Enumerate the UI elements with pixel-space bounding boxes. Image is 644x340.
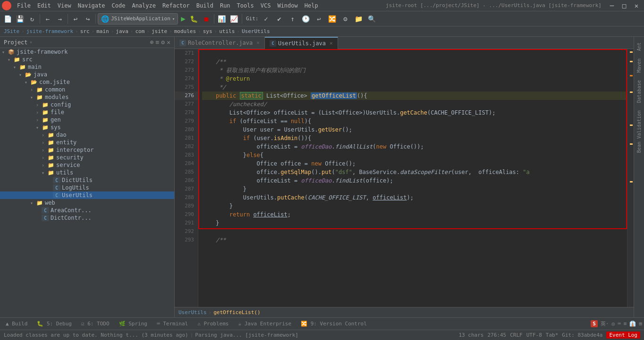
tree-node-sys[interactable]: ▾ 📁 sys [0, 124, 174, 131]
sidebar-locate-button[interactable]: ⊕ [150, 39, 154, 46]
code-line-279[interactable]: if (officeList == null){ [202, 117, 627, 125]
git-push-button[interactable]: ↑ [287, 13, 298, 25]
code-line-276[interactable]: public static List<Office> getOfficeList… [202, 91, 627, 100]
run-config-selector[interactable]: 🌐 JSiteWebApplication ▾ [98, 13, 178, 25]
tab-close-button[interactable]: ✕ [256, 40, 260, 46]
ime-lang[interactable]: 英· [601, 320, 609, 327]
bc-project[interactable]: JSite [4, 28, 19, 34]
bc-class[interactable]: UserUtils [178, 309, 207, 315]
code-line-272[interactable]: /** [202, 58, 627, 66]
bc-java[interactable]: java [116, 28, 128, 34]
bc-jsite[interactable]: jsite [152, 28, 167, 34]
maximize-button[interactable]: □ [619, 0, 630, 11]
tab-enterprise[interactable]: ☕ Java Enterprise [234, 320, 295, 328]
tab-terminal[interactable]: ⌨ Terminal [153, 320, 192, 328]
sidebar-close-icon[interactable]: ✕ [167, 39, 170, 46]
tree-node-web[interactable]: ▾ 📁 web [0, 199, 174, 207]
menu-window[interactable]: Window [274, 1, 300, 10]
tree-node-interceptor[interactable]: › 📁 interceptor [0, 146, 174, 154]
sidebar-settings-icon[interactable]: ⚙ [161, 39, 165, 46]
tree-node-com-jsite[interactable]: ▾ 📂 com.jsite [0, 78, 174, 86]
ime-keyboard[interactable]: ⌨ [618, 321, 621, 327]
close-button[interactable]: ✕ [631, 0, 642, 11]
tab-close-button[interactable]: ✕ [330, 40, 333, 46]
code-line-278[interactable]: List<Office> officeList = (List<Office>)… [202, 108, 627, 117]
code-line-281[interactable]: if (user.isAdmin()){ [202, 134, 627, 142]
menu-build[interactable]: Build [194, 1, 216, 10]
save-button[interactable]: 💾 [14, 13, 25, 25]
menu-help[interactable]: Help [302, 1, 321, 10]
menu-vcs[interactable]: VCS [258, 1, 274, 10]
code-line-277[interactable]: /unchecked/ [202, 100, 627, 108]
code-line-280[interactable]: User user = UserUtils.getUser(); [202, 125, 627, 134]
vtab-bean-validation[interactable]: Bean Validation [635, 107, 643, 157]
tab-problems[interactable]: ⚠ Problems [194, 320, 232, 328]
bc-modules[interactable]: modules [174, 28, 196, 34]
sidebar-dropdown-icon[interactable]: ▾ [30, 40, 33, 45]
bc-com[interactable]: com [135, 28, 144, 34]
back-button[interactable]: ← [42, 13, 53, 25]
tree-node-logutils[interactable]: C LogUtils [0, 184, 174, 191]
code-line-274[interactable]: * @return [202, 75, 627, 83]
bc-method[interactable]: getOfficeList() [213, 309, 260, 315]
status-encoding[interactable]: UTF-8 [526, 332, 542, 338]
menu-refactor[interactable]: Refactor [160, 1, 193, 10]
menu-view[interactable]: View [55, 1, 74, 10]
menu-code[interactable]: Code [109, 1, 128, 10]
vtab-ant[interactable]: Ant [635, 39, 643, 55]
tree-node-jsite-framework[interactable]: ▾ 📦 jsite-framework [0, 48, 174, 56]
menu-file[interactable]: File [14, 1, 34, 10]
undo-button[interactable]: ↩ [70, 13, 81, 25]
code-line-291[interactable]: } [202, 219, 627, 227]
tab-build[interactable]: ▲ Build [2, 320, 31, 328]
code-line-293[interactable]: /** [202, 236, 627, 244]
status-crlf[interactable]: CRLF [510, 332, 523, 338]
ime-menu2[interactable]: 👔 [629, 321, 636, 327]
code-line-292[interactable] [202, 227, 627, 236]
minimize-button[interactable]: ─ [606, 0, 618, 11]
bc-framework[interactable]: jsite-framework [26, 28, 73, 34]
tab-debug[interactable]: 🐛 5: Debug [33, 320, 76, 328]
coverage-button[interactable]: 📊 [216, 13, 228, 25]
code-line-271[interactable] [202, 49, 627, 58]
vtab-database[interactable]: Database [635, 76, 643, 107]
git-collect-button[interactable]: 📁 [353, 13, 364, 25]
menu-run[interactable]: Run [217, 1, 233, 10]
code-line-289[interactable]: } [202, 202, 627, 210]
tree-node-dictcontroller[interactable]: C DictContr... [0, 214, 174, 222]
ime-menu3[interactable]: ⊞ [639, 321, 642, 327]
tree-node-main[interactable]: ▾ 📁 main [0, 63, 174, 71]
menu-tools[interactable]: Tools [234, 1, 257, 10]
tree-node-utils[interactable]: ▾ 📁 utils [0, 169, 174, 176]
git-update-button[interactable]: ✔ [273, 13, 285, 25]
git-revert-button[interactable]: ↩ [313, 13, 324, 25]
bc-utils[interactable]: utils [219, 28, 235, 34]
code-line-275[interactable]: */ [202, 83, 627, 91]
tree-node-areacontroller[interactable]: C AreaContr... [0, 207, 174, 214]
tree-node-src[interactable]: ▾ 📁 src [0, 56, 174, 63]
menu-edit[interactable]: Edit [34, 1, 54, 10]
code-line-286[interactable]: officeList = officeDao.findList(office); [202, 176, 627, 185]
code-line-284[interactable]: Office office = new Office(); [202, 159, 627, 168]
tree-node-modules[interactable]: ▾ 📁 modules [0, 93, 174, 101]
ime-menu1[interactable]: ≡ [624, 321, 627, 327]
forward-button[interactable]: → [54, 13, 66, 25]
event-log-badge[interactable]: Event Log [606, 332, 640, 339]
tree-node-entity[interactable]: › 📁 entity [0, 139, 174, 146]
tree-node-userutils[interactable]: C UserUtils [0, 191, 174, 199]
code-content[interactable]: /** * 获取当前用户有权限访问的部门 * @return */ public… [198, 49, 627, 307]
tree-node-security[interactable]: › 📁 security [0, 154, 174, 161]
debug-run-button[interactable]: 🐛 [188, 13, 200, 25]
tab-rolecontroller[interactable]: C RoleController.java ✕ [175, 37, 265, 49]
code-line-273[interactable]: * 获取当前用户有权限访问的部门 [202, 66, 627, 75]
redo-button[interactable]: ↪ [82, 13, 93, 25]
tree-node-java[interactable]: ▾ 📂 java [0, 71, 174, 78]
bc-main[interactable]: main [96, 28, 109, 34]
menu-analyze[interactable]: Analyze [129, 1, 159, 10]
refresh-button[interactable]: ↻ [26, 13, 38, 25]
bc-sys[interactable]: sys [203, 28, 212, 34]
bc-src[interactable]: src [80, 28, 90, 34]
tree-node-gen[interactable]: › 📁 gen [0, 116, 174, 124]
tree-node-config[interactable]: › 📁 config [0, 101, 174, 108]
sidebar-collapse-button[interactable]: ≡ [156, 39, 160, 46]
